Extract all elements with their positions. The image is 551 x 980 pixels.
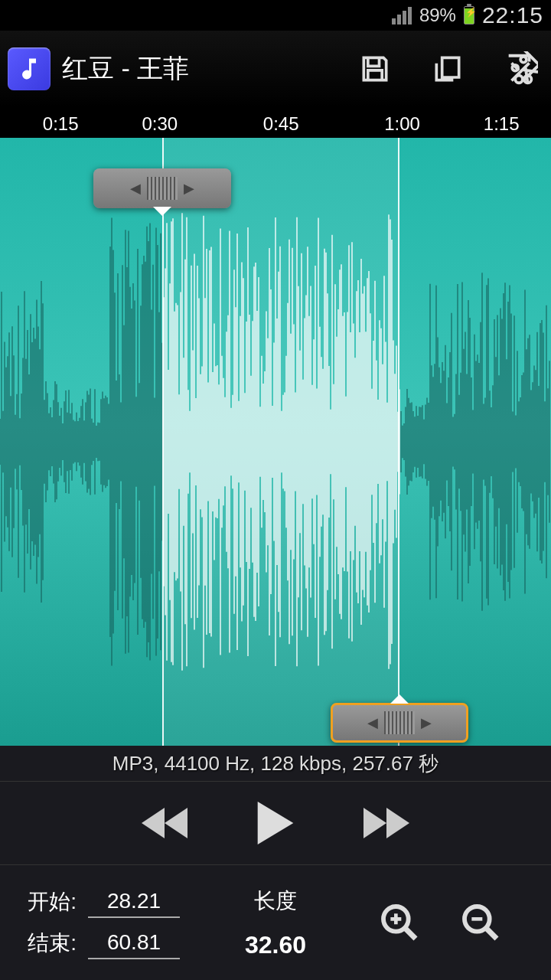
app-bar: 红豆 - 王菲 [0, 31, 551, 107]
save-button[interactable] [352, 46, 398, 92]
length-label: 长度 [254, 887, 297, 916]
status-time: 22:15 [482, 2, 543, 28]
length-value: 32.60 [245, 931, 306, 959]
timeline-label: 1:15 [484, 113, 520, 135]
grip-icon [384, 711, 415, 734]
battery-percent: 89% [419, 5, 456, 26]
cut-button[interactable] [497, 46, 543, 92]
chevron-right-icon: ▶ [421, 714, 432, 731]
timeline-label: 0:15 [43, 113, 79, 135]
selection-overlay [162, 138, 399, 746]
forward-button[interactable] [364, 808, 409, 838]
track-title: 红豆 - 王菲 [62, 51, 325, 87]
status-bar: 89% 22:15 [0, 0, 551, 31]
app-icon[interactable] [8, 47, 51, 90]
zoom-in-button[interactable] [378, 901, 421, 944]
end-label: 结束: [23, 929, 77, 958]
end-input[interactable] [88, 927, 180, 959]
playback-controls [0, 781, 551, 865]
zoom-out-button[interactable] [459, 901, 502, 944]
battery-icon [464, 6, 474, 24]
waveform-area[interactable]: ◀ ▶ ◀ ▶ [0, 138, 551, 746]
timeline-label: 0:30 [142, 113, 178, 135]
grip-icon [147, 177, 178, 200]
zoom-buttons [329, 873, 551, 972]
bottom-controls: 开始: 结束: 长度 32.60 [0, 865, 551, 980]
timeline: 0:15 0:30 0:45 1:00 1:15 [0, 107, 551, 138]
copy-button[interactable] [425, 46, 471, 92]
timeline-label: 1:00 [384, 113, 420, 135]
chevron-left-icon: ◀ [367, 714, 378, 731]
chevron-left-icon: ◀ [130, 180, 141, 197]
file-info: MP3, 44100 Hz, 128 kbps, 257.67 秒 [0, 746, 551, 781]
end-handle[interactable]: ◀ ▶ [331, 703, 468, 743]
waveform-container[interactable]: 0:15 0:30 0:45 1:00 1:15 ◀ ▶ ◀ ▶ [0, 107, 551, 746]
length-section: 长度 32.60 [222, 873, 329, 972]
signal-icon [392, 6, 412, 24]
time-inputs: 开始: 结束: [0, 873, 222, 972]
chevron-right-icon: ▶ [184, 180, 194, 197]
svg-point-1 [515, 76, 523, 83]
rewind-button[interactable] [142, 808, 187, 838]
timeline-label: 0:45 [263, 113, 299, 135]
play-button[interactable] [256, 802, 295, 844]
start-label: 开始: [23, 887, 77, 916]
start-handle[interactable]: ◀ ▶ [93, 168, 231, 208]
start-input[interactable] [88, 886, 180, 918]
